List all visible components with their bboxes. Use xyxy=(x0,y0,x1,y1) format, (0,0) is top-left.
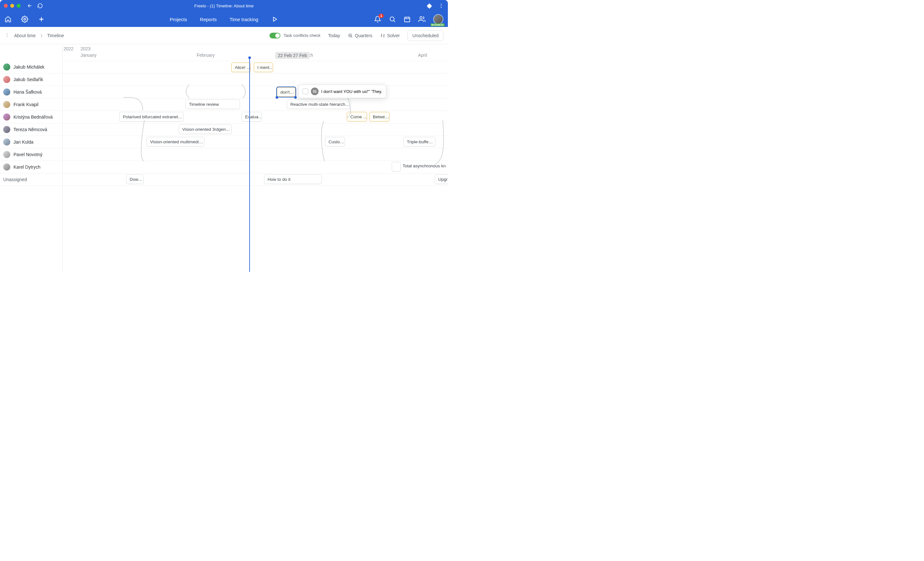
user-row[interactable]: Karel Dytrych xyxy=(0,161,62,174)
unscheduled-button[interactable]: Unscheduled xyxy=(408,30,443,41)
user-row[interactable]: Jakub Sedlařík xyxy=(0,73,62,86)
more-vertical-icon xyxy=(438,3,444,9)
more-vertical-icon xyxy=(4,32,10,37)
task-card[interactable]: Polarised bifurcated extranet… xyxy=(119,112,183,121)
task-card[interactable]: How to do it xyxy=(264,174,322,184)
calendar-button[interactable] xyxy=(404,16,411,23)
avatar xyxy=(3,126,10,133)
breadcrumb: About time ❯ Timeline xyxy=(4,32,64,39)
avatar xyxy=(3,163,10,171)
task-card[interactable]: Come … xyxy=(347,112,367,121)
task-card[interactable]: Betwe… xyxy=(369,112,390,121)
nav-projects[interactable]: Projects xyxy=(170,16,187,22)
task-card[interactable]: Triple-buffe… xyxy=(403,137,435,147)
zoom-quarters[interactable]: Quarters xyxy=(348,33,372,38)
assignee-avatar: S1 xyxy=(311,88,319,95)
task-card[interactable]: I ment… xyxy=(254,63,273,72)
timeline-area: Jakub Michálek Jakub Sedlařík Hana Šafko… xyxy=(0,44,448,272)
user-row[interactable]: Kristýna Bednářová xyxy=(0,111,62,123)
task-tooltip: S1 I don't want YOU with us!"' 'They. xyxy=(298,85,386,98)
user-row[interactable]: Frank Kvapil xyxy=(0,99,62,111)
task-card[interactable]: Alice! … xyxy=(231,63,250,72)
task-card-selected[interactable]: don't… xyxy=(277,87,296,97)
user-row[interactable]: Pavel Novotný xyxy=(0,148,62,161)
home-icon xyxy=(4,16,12,23)
avatar xyxy=(3,63,10,70)
business-badge: BUSINESS xyxy=(430,23,445,26)
year-label: 2023 xyxy=(81,46,90,51)
home-button[interactable] xyxy=(4,16,12,23)
svg-point-9 xyxy=(7,36,8,37)
window-controls xyxy=(4,4,21,8)
minimize-window[interactable] xyxy=(10,4,14,8)
window-titlebar: Freelo - (1) Timeline: About time xyxy=(0,0,448,12)
svg-point-1 xyxy=(441,6,442,6)
svg-point-6 xyxy=(420,16,422,19)
search-icon xyxy=(389,16,396,23)
resize-handle-icon[interactable] xyxy=(276,96,278,99)
reload-button[interactable] xyxy=(37,3,43,9)
task-card[interactable]: Evalua… xyxy=(242,112,262,121)
svg-point-3 xyxy=(24,18,26,20)
breadcrumb-more[interactable] xyxy=(4,32,10,39)
user-row[interactable]: Jakub Michálek xyxy=(0,61,62,73)
avatar xyxy=(3,114,10,121)
sort-icon xyxy=(380,33,386,38)
task-card[interactable]: Vision-oriented multimedi… xyxy=(147,137,204,147)
back-button[interactable] xyxy=(27,3,33,9)
notification-badge: 1 xyxy=(379,14,384,18)
add-button[interactable] xyxy=(38,16,45,23)
today-dot-icon xyxy=(248,57,251,59)
task-card[interactable]: Reactive multi-state hierarch… xyxy=(287,99,351,109)
user-menu[interactable]: BUSINESS xyxy=(433,14,443,24)
timeline-grid[interactable]: 2022 2023 January February March April 2… xyxy=(63,44,448,272)
zoom-in-icon xyxy=(348,33,353,38)
task-card[interactable]: Vision-oriented 3rdgen… xyxy=(179,124,232,134)
task-card[interactable]: Upgr xyxy=(435,174,448,184)
tooltip-text: I don't want YOU with us!"' 'They. xyxy=(321,89,382,94)
conflicts-toggle[interactable] xyxy=(270,33,280,39)
close-window[interactable] xyxy=(4,4,8,8)
today-button[interactable]: Today xyxy=(328,33,340,38)
main-nav: Projects Reports Time tracking 1 BUSINES… xyxy=(0,12,448,27)
svg-point-0 xyxy=(441,3,442,4)
play-icon xyxy=(271,16,278,23)
chevron-right-icon: ❯ xyxy=(40,34,43,37)
menu-button[interactable] xyxy=(438,3,444,9)
users-sidebar: Jakub Michálek Jakub Sedlařík Hana Šafko… xyxy=(0,44,63,272)
plus-icon xyxy=(38,16,45,23)
avatar xyxy=(3,151,10,158)
window-title: Freelo - (1) Timeline: About time xyxy=(194,3,254,8)
user-row[interactable]: Tereza Němcová xyxy=(0,123,62,136)
resize-handle-icon[interactable] xyxy=(294,96,297,99)
nav-time-tracking[interactable]: Time tracking xyxy=(230,16,258,22)
unassigned-row[interactable]: Unassigned xyxy=(0,174,62,186)
breadcrumb-view[interactable]: Timeline xyxy=(47,33,64,38)
solver-button[interactable]: Solver xyxy=(380,33,400,38)
svg-point-4 xyxy=(390,17,394,21)
task-card[interactable]: Timeline review xyxy=(186,99,240,109)
month-label: January xyxy=(81,52,97,58)
checkbox-icon[interactable] xyxy=(303,88,308,94)
task-card[interactable]: Dow… xyxy=(126,174,144,184)
user-row[interactable]: Jan Kulda xyxy=(0,136,62,148)
breadcrumb-project[interactable]: About time xyxy=(14,33,36,38)
timer-button[interactable] xyxy=(271,16,278,23)
svg-rect-5 xyxy=(405,17,410,22)
people-button[interactable] xyxy=(418,16,425,23)
notifications-button[interactable]: 1 xyxy=(374,16,381,23)
avatar xyxy=(3,76,10,83)
search-button[interactable] xyxy=(389,16,396,23)
task-card[interactable]: Custo… xyxy=(325,137,345,147)
task-card[interactable] xyxy=(392,162,401,172)
nav-reports[interactable]: Reports xyxy=(200,16,217,22)
today-marker xyxy=(249,57,250,272)
task-label: Total asynchronous kn xyxy=(403,163,446,168)
user-row[interactable]: Hana Šafková xyxy=(0,86,62,99)
maximize-window[interactable] xyxy=(16,4,21,8)
settings-button[interactable] xyxy=(21,16,28,23)
extensions-button[interactable] xyxy=(427,3,432,9)
conflicts-toggle-group: Task conflicts check xyxy=(270,33,321,39)
year-label: 2022 xyxy=(63,46,74,51)
date-range-badge: 22 Feb 27 Feb xyxy=(275,52,310,59)
